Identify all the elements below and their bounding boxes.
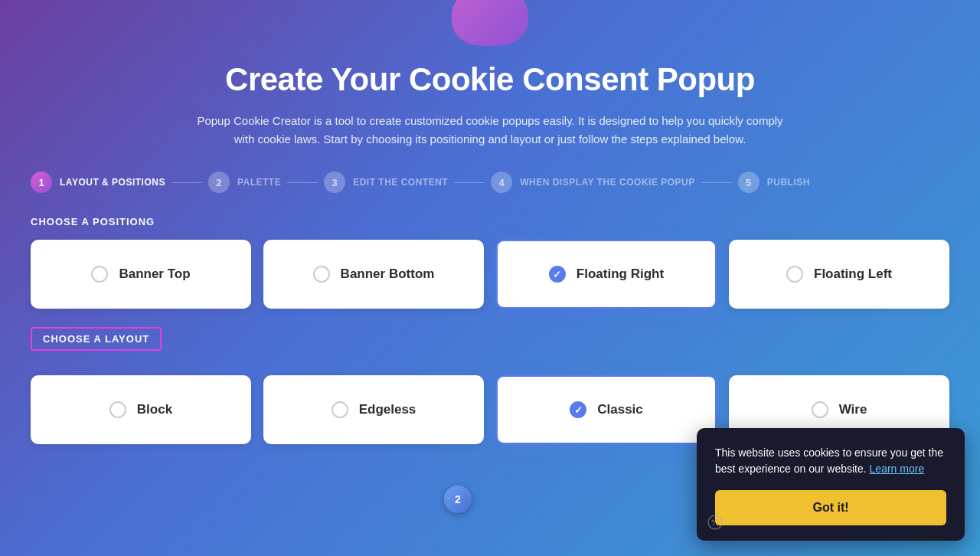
step-2[interactable]: 2 PALETTE [208, 172, 281, 193]
step-5[interactable]: 5 PUBLISH [738, 172, 810, 193]
step-4-label: WHEN DISPLAY THE COOKIE POPUP [520, 177, 695, 188]
banner-bottom-label: Banner Bottom [341, 267, 435, 282]
step-divider-4 [701, 182, 732, 183]
layout-classic[interactable]: Classic [496, 375, 717, 444]
radio-edgeless [332, 401, 348, 418]
positioning-floating-right[interactable]: Floating Right [496, 240, 717, 309]
floating-left-label: Floating Left [814, 267, 892, 282]
steps-navigation: 1 LAYOUT & POSITIONS 2 PALETTE 3 EDIT TH… [31, 172, 949, 193]
svg-point-4 [713, 524, 714, 525]
layout-section-label: CHOOSE A LAYOUT [31, 327, 162, 351]
positioning-floating-left[interactable]: Floating Left [729, 240, 949, 309]
positioning-section-label: CHOOSE A POSITIONG [31, 216, 949, 227]
step-5-number: 5 [738, 172, 760, 193]
layout-block[interactable]: Block [31, 375, 251, 444]
step-divider-3 [454, 182, 485, 183]
svg-point-1 [712, 520, 714, 522]
radio-classic [570, 401, 586, 418]
positioning-banner-bottom[interactable]: Banner Bottom [263, 240, 484, 309]
step2-bubble: 2 [444, 486, 472, 513]
classic-label: Classic [597, 402, 643, 417]
step-4-number: 4 [491, 172, 512, 193]
radio-banner-bottom [313, 266, 330, 283]
floating-right-label: Floating Right [577, 267, 664, 282]
step-1[interactable]: 1 LAYOUT & POSITIONS [31, 172, 165, 193]
step-3[interactable]: 3 EDIT THE CONTENT [324, 172, 448, 193]
block-label: Block [137, 402, 172, 417]
wire-label: Wire [839, 402, 867, 417]
svg-point-3 [717, 524, 719, 526]
cookie-icon [707, 515, 723, 533]
cookie-consent-popup: This website uses cookies to ensure you … [697, 428, 965, 541]
radio-floating-left [786, 266, 803, 283]
step-divider-2 [287, 182, 318, 183]
page-title: Create Your Cookie Consent Popup [31, 61, 949, 98]
step-2-number: 2 [208, 172, 230, 193]
step-3-number: 3 [324, 172, 345, 193]
got-it-button[interactable]: Got it! [715, 490, 946, 525]
step-4[interactable]: 4 WHEN DISPLAY THE COOKIE POPUP [491, 172, 695, 193]
step2-partial-indicator: 2 [444, 486, 472, 513]
positioning-grid: Banner Top Banner Bottom Floating Right … [31, 240, 949, 309]
svg-point-5 [714, 522, 716, 523]
radio-banner-top [91, 266, 108, 283]
step-2-label: PALETTE [237, 177, 281, 188]
layout-edgeless[interactable]: Edgeless [263, 375, 484, 444]
step-1-number: 1 [31, 172, 52, 193]
svg-point-2 [716, 519, 717, 521]
page-wrapper: Create Your Cookie Consent Popup Popup C… [0, 0, 980, 556]
decorative-blob [452, 0, 528, 46]
step-1-label: LAYOUT & POSITIONS [60, 177, 165, 188]
step-5-label: PUBLISH [767, 177, 810, 188]
page-subtitle: Popup Cookie Creator is a tool to create… [191, 112, 789, 149]
radio-block [109, 401, 126, 418]
edgeless-label: Edgeless [359, 402, 416, 417]
positioning-banner-top[interactable]: Banner Top [31, 240, 251, 309]
cookie-popup-text: This website uses cookies to ensure you … [715, 445, 946, 478]
learn-more-link[interactable]: Learn more [870, 463, 925, 475]
step-divider-1 [172, 182, 202, 183]
radio-wire [812, 401, 828, 418]
radio-floating-right [549, 266, 566, 283]
banner-top-label: Banner Top [119, 267, 190, 282]
step-3-label: EDIT THE CONTENT [353, 177, 448, 188]
